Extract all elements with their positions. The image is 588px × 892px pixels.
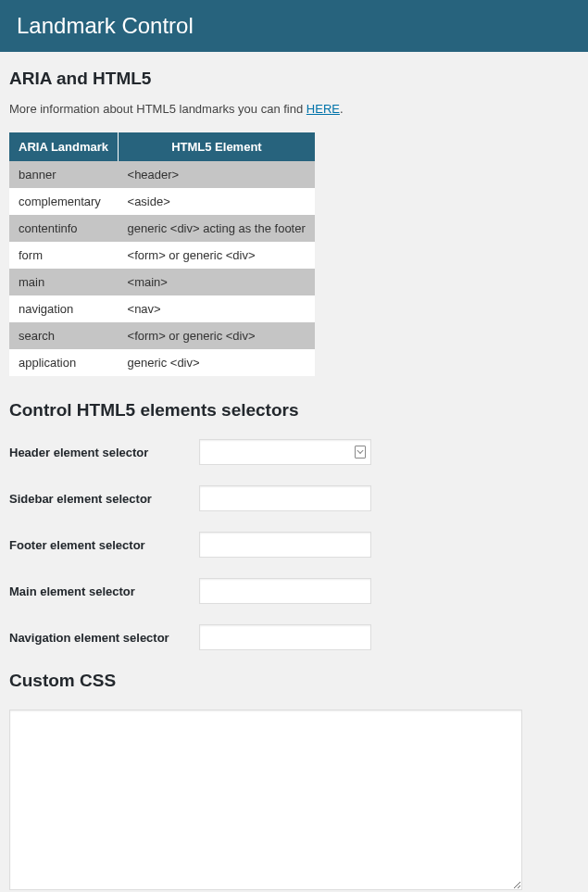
table-row: application generic <div> <box>9 349 315 376</box>
landmark-table: ARIA Landmark HTML5 Element banner <head… <box>9 132 315 376</box>
form-row-header: Header element selector <box>9 439 579 465</box>
table-header-aria: ARIA Landmark <box>9 132 119 161</box>
navigation-selector-input[interactable] <box>199 624 371 650</box>
navigation-selector-label: Navigation element selector <box>9 631 199 645</box>
cell-aria: complementary <box>9 188 119 215</box>
table-header-html5: HTML5 Element <box>119 132 315 161</box>
info-prefix: More information about HTML5 landmarks y… <box>9 102 307 116</box>
section-aria-title: ARIA and HTML5 <box>9 69 579 89</box>
cell-aria: banner <box>9 161 119 188</box>
table-row: form <form> or generic <div> <box>9 242 315 269</box>
section-selectors-title: Control HTML5 elements selectors <box>9 400 579 421</box>
page-title: Landmark Control <box>17 13 194 38</box>
cell-html5: <form> or generic <div> <box>119 322 315 349</box>
cell-html5: <aside> <box>119 188 315 215</box>
table-row: complementary <aside> <box>9 188 315 215</box>
cell-html5: <header> <box>119 161 315 188</box>
main-selector-label: Main element selector <box>9 584 199 598</box>
cell-html5: generic <div> acting as the footer <box>119 215 315 242</box>
cell-html5: <form> or generic <div> <box>119 242 315 269</box>
page-header: Landmark Control <box>0 0 588 52</box>
cell-html5: <nav> <box>119 295 315 322</box>
table-row: search <form> or generic <div> <box>9 322 315 349</box>
table-row: banner <header> <box>9 161 315 188</box>
main-selector-input[interactable] <box>199 578 371 604</box>
cell-aria: navigation <box>9 295 119 322</box>
selectors-form: Header element selector Sidebar element … <box>9 439 579 650</box>
footer-selector-input[interactable] <box>199 532 371 558</box>
table-row: main <main> <box>9 269 315 295</box>
header-selector-input[interactable] <box>199 439 371 465</box>
form-row-navigation: Navigation element selector <box>9 624 579 650</box>
cell-html5: <main> <box>119 269 315 295</box>
cell-aria: form <box>9 242 119 269</box>
info-suffix: . <box>340 102 344 116</box>
footer-selector-label: Footer element selector <box>9 538 199 552</box>
form-row-footer: Footer element selector <box>9 532 579 558</box>
section-css-title: Custom CSS <box>9 671 579 691</box>
table-row: navigation <nav> <box>9 295 315 322</box>
cell-aria: application <box>9 349 119 376</box>
cell-aria: main <box>9 269 119 295</box>
info-link[interactable]: HERE <box>307 102 340 116</box>
form-row-main: Main element selector <box>9 578 579 604</box>
cell-aria: contentinfo <box>9 215 119 242</box>
form-row-sidebar: Sidebar element selector <box>9 485 579 511</box>
sidebar-selector-label: Sidebar element selector <box>9 492 199 506</box>
cell-aria: search <box>9 322 119 349</box>
info-text: More information about HTML5 landmarks y… <box>9 102 579 116</box>
header-selector-label: Header element selector <box>9 446 199 459</box>
page-content: ARIA and HTML5 More information about HT… <box>0 52 588 892</box>
custom-css-textarea[interactable] <box>9 710 522 890</box>
sidebar-selector-input[interactable] <box>199 485 371 511</box>
table-row: contentinfo generic <div> acting as the … <box>9 215 315 242</box>
cell-html5: generic <div> <box>119 349 315 376</box>
